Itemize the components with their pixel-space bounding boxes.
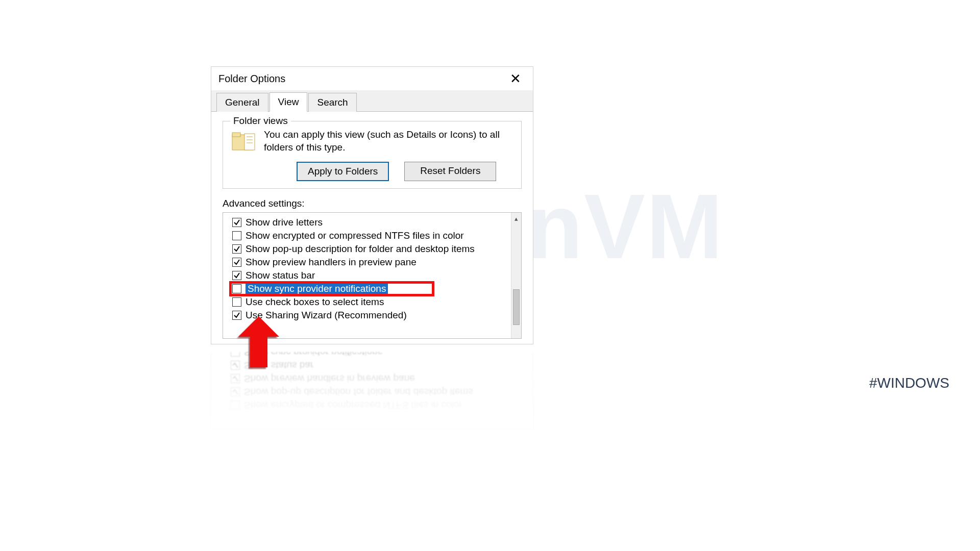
advanced-setting-row[interactable]: Show preview handlers in preview pane [231,372,528,385]
checkbox-icon[interactable] [232,218,241,227]
advanced-setting-label: Show drive letters [246,217,323,228]
advanced-setting-label: Use check boxes to select items [246,296,384,308]
titlebar: Folder Options ✕ [211,67,533,90]
close-icon[interactable]: ✕ [505,71,526,86]
dialog-title: Folder Options [218,73,285,85]
reflection-decoration: Show drive lettersShow encrypted or comp… [211,352,533,429]
advanced-setting-label: Show preview handlers in preview pane [246,257,416,268]
folder-views-label: Folder views [230,115,291,127]
advanced-setting-label: Show status bar [244,360,313,371]
scrollbar[interactable]: ▴ [511,213,521,338]
advanced-setting-row[interactable]: Show pop-up description for folder and d… [232,242,516,256]
folder-icon [231,131,256,152]
advanced-setting-row[interactable]: Show drive letters [231,412,528,425]
checkbox-icon[interactable] [231,414,240,423]
advanced-setting-label: Show encrypted or compressed NTFS files … [244,399,462,411]
advanced-setting-row[interactable]: Use Sharing Wizard (Recommended) [232,309,516,322]
scroll-thumb[interactable] [513,289,520,325]
apply-to-folders-button[interactable]: Apply to Folders [297,162,389,181]
folder-views-description: You can apply this view (such as Details… [264,129,513,154]
checkbox-icon[interactable] [231,361,240,370]
tab-strip: General View Search [211,90,533,112]
advanced-setting-row[interactable]: Show preview handlers in preview pane [232,256,516,269]
scroll-up-icon[interactable]: ▴ [511,215,521,222]
tab-content-view: Folder views You can apply this view (su… [211,112,533,344]
advanced-setting-row[interactable]: Show encrypted or compressed NTFS files … [231,398,528,412]
advanced-setting-row[interactable]: Show pop-up description for folder and d… [231,385,528,398]
advanced-setting-row[interactable]: Show status bar [232,269,516,282]
advanced-setting-row[interactable]: Show sync provider notifications [231,352,528,359]
advanced-setting-row[interactable]: Show sync provider notifications [232,282,516,295]
advanced-setting-label: Show pop-up description for folder and d… [246,243,475,255]
advanced-setting-label: Show encrypted or compressed NTFS files … [246,230,464,241]
checkbox-icon[interactable] [232,297,241,307]
checkbox-icon[interactable] [232,284,241,293]
advanced-setting-label: Use Sharing Wizard (Recommended) [246,310,407,321]
tab-view[interactable]: View [270,92,308,112]
checkbox-icon[interactable] [231,400,240,410]
checkbox-icon[interactable] [231,352,240,357]
reset-folders-button[interactable]: Reset Folders [404,162,496,181]
tab-general[interactable]: General [216,93,268,112]
advanced-setting-row[interactable]: Show drive letters [232,216,516,229]
checkbox-icon[interactable] [232,311,241,320]
advanced-setting-label: Show status bar [246,270,315,281]
checkbox-icon[interactable] [231,387,240,396]
tab-search[interactable]: Search [308,93,356,112]
checkbox-icon[interactable] [232,271,241,280]
folder-options-dialog: Folder Options ✕ General View Search Fol… [211,66,533,344]
advanced-setting-label: Show drive letters [244,413,321,424]
checkbox-icon[interactable] [232,258,241,267]
advanced-setting-row[interactable]: Use check boxes to select items [232,295,516,309]
checkbox-icon[interactable] [232,244,241,254]
svg-rect-1 [232,133,240,137]
advanced-setting-label: Show sync provider notifications [246,283,388,294]
checkbox-icon[interactable] [231,374,240,383]
advanced-settings-list[interactable]: Show drive lettersShow encrypted or comp… [223,212,522,339]
checkbox-icon[interactable] [232,231,241,240]
advanced-setting-label: Show preview handlers in preview pane [244,373,415,384]
svg-rect-2 [244,134,255,150]
advanced-setting-label: Show sync provider notifications [244,352,382,358]
advanced-setting-row[interactable]: Show status bar [231,359,528,372]
folder-views-group: Folder views You can apply this view (su… [223,121,522,189]
advanced-setting-row[interactable]: Show encrypted or compressed NTFS files … [232,229,516,242]
hashtag-label: #WINDOWS [869,375,949,391]
advanced-setting-label: Show pop-up description for folder and d… [244,386,473,397]
advanced-settings-label: Advanced settings: [223,198,522,209]
